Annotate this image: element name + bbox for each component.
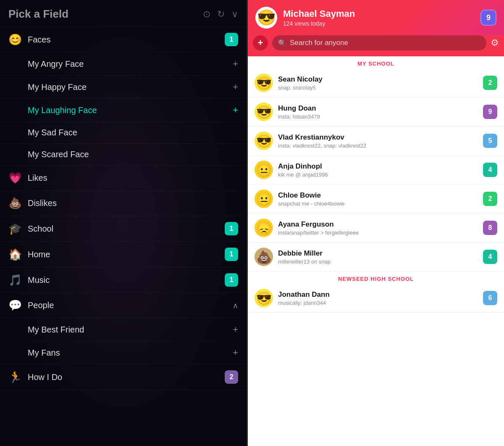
item-badge-home: 1 (225, 248, 238, 261)
person-avatar-hung: 😎 (255, 103, 273, 121)
person-row-debbie[interactable]: 💩Debbie Millermillerwiller13 on snap4 (248, 243, 504, 272)
person-name-sean: Sean Nicolay (278, 75, 483, 84)
item-badge-music: 1 (225, 273, 238, 287)
person-info-chloe: Chloe Bowiesnapchat me - chloe4bowie (278, 191, 483, 207)
field-list: 😊Faces1My Angry Face+My Happy Face+My La… (0, 27, 247, 443)
person-sub-sean: snap: snicolay5 (278, 84, 483, 91)
list-item-angry[interactable]: My Angry Face+ (0, 53, 247, 76)
person-sub-chloe: snapchat me - chloe4bowie (278, 201, 483, 207)
profile-name: Michael Sayman (283, 8, 475, 19)
section-label: MY SCHOOL (248, 56, 504, 69)
list-item-likes[interactable]: 💗Likes (0, 166, 247, 191)
item-plus-bestfriend[interactable]: + (233, 324, 238, 335)
person-row-hung[interactable]: 😎Hung Doaninsta: hdoan34799 (248, 98, 504, 127)
person-name-anja: Anja Dinhopl (278, 162, 483, 171)
item-label-home: Home (28, 250, 225, 259)
item-label-music: Music (28, 275, 225, 285)
person-info-vlad: Vlad Krestiannykovinsta: vladkrest22, sn… (278, 133, 483, 149)
person-avatar-chloe: 😐 (255, 190, 273, 208)
person-row-jonathan[interactable]: 😎Jonathan Dannmusically: jdann3446 (248, 284, 504, 313)
list-item-bestfriend[interactable]: My Best Friend+ (0, 318, 247, 341)
item-label-people: People (28, 301, 233, 310)
person-sub-vlad: insta: vladkrest22, snap: vladkrest22 (278, 143, 483, 149)
chevron-down-icon[interactable]: ∨ (231, 9, 238, 20)
item-icon-dislikes: 💩 (8, 197, 22, 210)
person-info-jonathan: Jonathan Dannmusically: jdann344 (278, 290, 483, 306)
person-avatar-debbie: 💩 (255, 248, 273, 266)
item-icon-howido: 🏃 (8, 371, 22, 384)
item-label-dislikes: Dislikes (28, 198, 238, 208)
person-info-sean: Sean Nicolaysnap: snicolay5 (278, 75, 483, 91)
list-item-howido[interactable]: 🏃How I Do2 (0, 364, 247, 390)
person-row-vlad[interactable]: 😎Vlad Krestiannykovinsta: vladkrest22, s… (248, 127, 504, 156)
item-label-fans: My Fans (28, 348, 233, 358)
person-name-jonathan: Jonathan Dann (278, 290, 483, 299)
item-icon-people: 💬 (8, 299, 22, 312)
item-label-scared: My Scared Face (28, 150, 238, 159)
add-icon: + (258, 37, 263, 48)
person-avatar-anja: 😐 (255, 161, 273, 179)
person-avatar-jonathan: 😎 (255, 289, 273, 307)
item-label-sad: My Sad Face (28, 128, 238, 137)
search-input-wrap[interactable]: 🔍 Search for anyone (272, 35, 486, 50)
item-label-angry: My Angry Face (28, 59, 233, 69)
item-icon-music: 🎵 (8, 274, 22, 287)
person-info-ayana: Ayana Fergusoninsta/snap/twitter > fergi… (278, 220, 483, 236)
item-badge-howido: 2 (225, 370, 238, 384)
person-row-anja[interactable]: 😐Anja Dinhoplkik me @ anjad19964 (248, 156, 504, 185)
list-item-scared[interactable]: My Scared Face (0, 144, 247, 166)
profile-avatar: 😎 (255, 7, 277, 29)
list-item-music[interactable]: 🎵Music1 (0, 267, 247, 293)
item-chevron-people: ∧ (233, 301, 238, 310)
person-avatar-sean: 😎 (255, 74, 273, 92)
person-badge-chloe: 2 (483, 192, 497, 206)
item-plus-happy[interactable]: + (233, 82, 238, 92)
item-plus-laughing[interactable]: + (233, 105, 238, 116)
person-badge-hung: 9 (483, 105, 497, 119)
item-plus-angry[interactable]: + (233, 58, 238, 69)
person-name-ayana: Ayana Ferguson (278, 220, 483, 229)
person-info-debbie: Debbie Millermillerwiller13 on snap (278, 249, 483, 265)
list-item-school[interactable]: 🎓School1 (0, 216, 247, 242)
item-label-howido: How I Do (28, 372, 225, 382)
person-row-chloe[interactable]: 😐Chloe Bowiesnapchat me - chloe4bowie2 (248, 185, 504, 214)
gear-icon[interactable]: ⚙ (491, 37, 499, 48)
person-badge-anja: 4 (483, 163, 497, 177)
section-label: NEWSEED HIGH SCHOOL (248, 272, 504, 284)
person-avatar-vlad: 😎 (255, 132, 273, 150)
person-info-hung: Hung Doaninsta: hdoan3479 (278, 104, 483, 120)
browse-icon[interactable]: ⊙ (203, 9, 210, 20)
list-item-faces[interactable]: 😊Faces1 (0, 27, 247, 53)
profile-views: 124 views today (283, 20, 475, 27)
person-badge-sean: 2 (483, 76, 497, 90)
person-row-ayana[interactable]: 😞Ayana Fergusoninsta/snap/twitter > ferg… (248, 214, 504, 243)
profile-header: 😎 Michael Sayman 124 views today 9 (248, 0, 504, 35)
list-item-people[interactable]: 💬People∧ (0, 293, 247, 318)
item-plus-fans[interactable]: + (233, 347, 238, 358)
list-item-fans[interactable]: My Fans+ (0, 341, 247, 364)
list-item-home[interactable]: 🏠Home1 (0, 242, 247, 267)
person-badge-ayana: 8 (483, 221, 497, 235)
item-label-faces: Faces (28, 35, 225, 45)
people-list: MY SCHOOL😎Sean Nicolaysnap: snicolay52😎H… (248, 56, 504, 446)
notification-badge[interactable]: 9 (480, 10, 496, 26)
person-name-chloe: Chloe Bowie (278, 191, 483, 200)
list-item-laughing[interactable]: My Laughing Face+ (0, 99, 247, 122)
person-name-vlad: Vlad Krestiannykov (278, 133, 483, 142)
list-item-happy[interactable]: My Happy Face+ (0, 76, 247, 99)
item-label-bestfriend: My Best Friend (28, 325, 233, 335)
profile-emoji-icon: 😎 (257, 9, 276, 26)
item-label-laughing: My Laughing Face (28, 106, 233, 115)
right-panel: 😎 Michael Sayman 124 views today 9 + 🔍 S… (248, 0, 504, 446)
person-badge-debbie: 4 (483, 250, 497, 264)
list-item-sad[interactable]: My Sad Face (0, 122, 247, 144)
list-item-dislikes[interactable]: 💩Dislikes (0, 191, 247, 216)
left-panel: Pick a Field ⊙ ↻ ∨ 😊Faces1My Angry Face+… (0, 0, 248, 446)
add-button[interactable]: + (253, 35, 268, 50)
person-row-sean[interactable]: 😎Sean Nicolaysnap: snicolay52 (248, 69, 504, 98)
header-icons: ⊙ ↻ ∨ (203, 9, 238, 20)
item-badge-school: 1 (225, 222, 238, 235)
left-header: Pick a Field ⊙ ↻ ∨ (0, 0, 247, 27)
refresh-icon[interactable]: ↻ (217, 9, 225, 20)
person-sub-jonathan: musically: jdann344 (278, 300, 483, 306)
